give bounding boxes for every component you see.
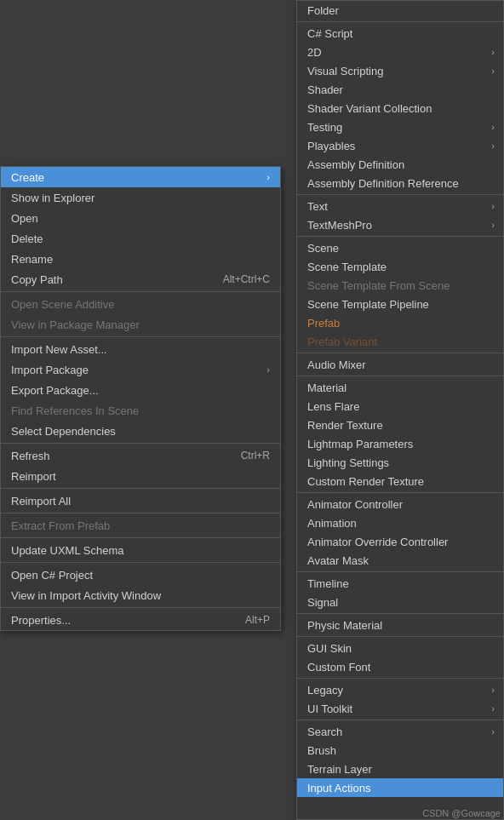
menu-item-label: Lighting Settings — [307, 456, 389, 469]
menu-item-label: Physic Material — [307, 619, 382, 632]
right-menu-item-material[interactable]: Material — [297, 378, 503, 397]
right-menu-item-assembly-definition-reference[interactable]: Assembly Definition Reference — [297, 174, 503, 192]
right-menu-item-brush[interactable]: Brush — [297, 741, 503, 760]
menu-item-label: C# Script — [307, 27, 352, 40]
menu-item-label: Legacy — [307, 684, 343, 697]
right-menu-item-input-actions[interactable]: Input Actions — [297, 778, 503, 797]
left-menu-item-view-in-import-activity-window[interactable]: View in Import Activity Window — [1, 585, 280, 605]
left-menu-item-open[interactable]: Open — [1, 208, 280, 228]
menu-item-label: Material — [307, 381, 346, 394]
menu-item-label: 2D — [307, 46, 322, 59]
submenu-arrow-icon: › — [266, 364, 270, 375]
watermark: CSDN @Gowcage — [422, 808, 501, 818]
right-menu-item-shader-variant-collection[interactable]: Shader Variant Collection — [297, 99, 503, 118]
menu-item-label: Import Package — [11, 364, 89, 376]
right-menu-item-visual-scripting[interactable]: Visual Scripting› — [297, 61, 503, 80]
left-menu-item-rename[interactable]: Rename — [1, 249, 280, 269]
right-menu-item-ui-toolkit[interactable]: UI Toolkit› — [297, 699, 503, 718]
right-menu-item-custom-font[interactable]: Custom Font — [297, 657, 503, 676]
menu-item-label: Input Actions — [307, 782, 370, 794]
right-menu-item-scene-template[interactable]: Scene Template — [297, 257, 503, 276]
menu-item-label: Animation — [307, 517, 357, 530]
menu-item-label: Custom Font — [307, 661, 370, 674]
menu-item-label: Assembly Definition — [307, 158, 404, 171]
left-menu-item-delete[interactable]: Delete — [1, 228, 280, 249]
right-menu-item-animator-override-controller[interactable]: Animator Override Controller — [297, 532, 503, 551]
submenu-arrow-icon: › — [491, 726, 495, 737]
right-menu-item-c#-script[interactable]: C# Script — [297, 24, 503, 43]
menu-separator — [1, 562, 280, 563]
right-menu-item-lighting-settings[interactable]: Lighting Settings — [297, 453, 503, 472]
left-menu-item-properties-[interactable]: Properties...Alt+P — [1, 610, 280, 630]
right-menu-item-avatar-mask[interactable]: Avatar Mask — [297, 551, 503, 570]
right-menu-item-render-texture[interactable]: Render Texture — [297, 416, 503, 434]
right-menu-item-legacy[interactable]: Legacy› — [297, 680, 503, 699]
right-menu-item-2d[interactable]: 2D› — [297, 43, 503, 61]
left-menu-item-update-uxml-schema[interactable]: Update UXML Schema — [1, 540, 280, 560]
left-menu-item-import-new-asset-[interactable]: Import New Asset... — [1, 339, 280, 359]
left-menu-item-reimport-all[interactable]: Reimport All — [1, 490, 280, 511]
right-menu-item-textmeshpro[interactable]: TextMeshPro› — [297, 215, 503, 234]
right-menu-item-physic-material[interactable]: Physic Material — [297, 616, 503, 634]
menu-item-label: Delete — [11, 232, 43, 245]
menu-item-label: Update UXML Schema — [11, 544, 123, 557]
menu-separator — [297, 21, 503, 22]
right-menu-item-shader[interactable]: Shader — [297, 80, 503, 99]
right-menu-item-folder[interactable]: Folder — [297, 1, 503, 20]
left-menu-item-open-c#-project[interactable]: Open C# Project — [1, 565, 280, 585]
right-context-menu: FolderC# Script2D›Visual Scripting›Shade… — [296, 0, 504, 820]
menu-item-label: Scene Template From Scene — [307, 279, 450, 292]
menu-separator — [1, 291, 280, 292]
menu-item-label: Export Package... — [11, 384, 99, 397]
right-menu-item-lens-flare[interactable]: Lens Flare — [297, 397, 503, 416]
right-menu-item-audio-mixer[interactable]: Audio Mixer — [297, 355, 503, 374]
right-menu-item-prefab[interactable]: Prefab — [297, 313, 503, 332]
menu-item-label: Testing — [307, 121, 342, 134]
right-menu-item-search[interactable]: Search› — [297, 722, 503, 741]
menu-item-label: Folder — [307, 4, 339, 17]
right-menu-item-timeline[interactable]: Timeline — [297, 574, 503, 593]
submenu-arrow-icon: › — [491, 140, 495, 151]
right-menu-item-custom-render-texture[interactable]: Custom Render Texture — [297, 472, 503, 490]
right-menu-item-scene-template-pipeline[interactable]: Scene Template Pipeline — [297, 295, 503, 313]
left-menu-item-open-scene-additive: Open Scene Additive — [1, 294, 280, 314]
left-menu-item-refresh[interactable]: RefreshCtrl+R — [1, 445, 280, 466]
submenu-arrow-icon: › — [491, 66, 495, 76]
right-menu-item-terrain-layer[interactable]: Terrain Layer — [297, 760, 503, 778]
menu-separator — [297, 376, 503, 376]
menu-separator — [1, 607, 280, 608]
right-menu-item-playables[interactable]: Playables› — [297, 136, 503, 155]
right-menu-item-assembly-definition[interactable]: Assembly Definition — [297, 155, 503, 174]
right-menu-item-scene[interactable]: Scene — [297, 238, 503, 257]
menu-separator — [1, 537, 280, 538]
left-menu-item-export-package-[interactable]: Export Package... — [1, 380, 280, 400]
submenu-arrow-icon: › — [491, 47, 495, 57]
right-menu-item-gui-skin[interactable]: GUI Skin — [297, 639, 503, 657]
right-menu-item-lightmap-parameters[interactable]: Lightmap Parameters — [297, 434, 503, 453]
left-menu-item-view-in-package-manager: View in Package Manager — [1, 314, 280, 335]
menu-item-label: Animator Controller — [307, 498, 403, 511]
menu-separator — [1, 443, 280, 444]
menu-item-label: Create — [11, 171, 44, 184]
menu-separator — [297, 194, 503, 195]
right-menu-item-animation[interactable]: Animation — [297, 513, 503, 532]
menu-item-label: Shader — [307, 83, 343, 96]
menu-item-label: View in Package Manager — [11, 318, 140, 331]
left-menu-item-select-dependencies[interactable]: Select Dependencies — [1, 421, 280, 441]
right-menu-item-text[interactable]: Text› — [297, 197, 503, 215]
left-menu-item-import-package[interactable]: Import Package› — [1, 359, 280, 380]
right-menu-item-scene-template-from-scene: Scene Template From Scene — [297, 276, 503, 295]
menu-item-shortcut: Alt+P — [245, 614, 270, 626]
right-menu-item-testing[interactable]: Testing› — [297, 118, 503, 136]
left-menu-item-show-in-explorer[interactable]: Show in Explorer — [1, 187, 280, 208]
right-menu-item-signal[interactable]: Signal — [297, 593, 503, 611]
menu-item-label: Open — [11, 212, 38, 225]
left-menu-item-copy-path[interactable]: Copy PathAlt+Ctrl+C — [1, 269, 280, 290]
submenu-arrow-icon: › — [491, 685, 495, 695]
menu-item-label: Shader Variant Collection — [307, 102, 432, 115]
left-menu-item-create[interactable]: Create› — [1, 167, 280, 187]
right-menu-item-animator-controller[interactable]: Animator Controller — [297, 495, 503, 513]
left-menu-item-reimport[interactable]: Reimport — [1, 466, 280, 486]
menu-item-label: Open Scene Additive — [11, 298, 114, 311]
menu-item-label: Prefab Variant — [307, 335, 377, 348]
